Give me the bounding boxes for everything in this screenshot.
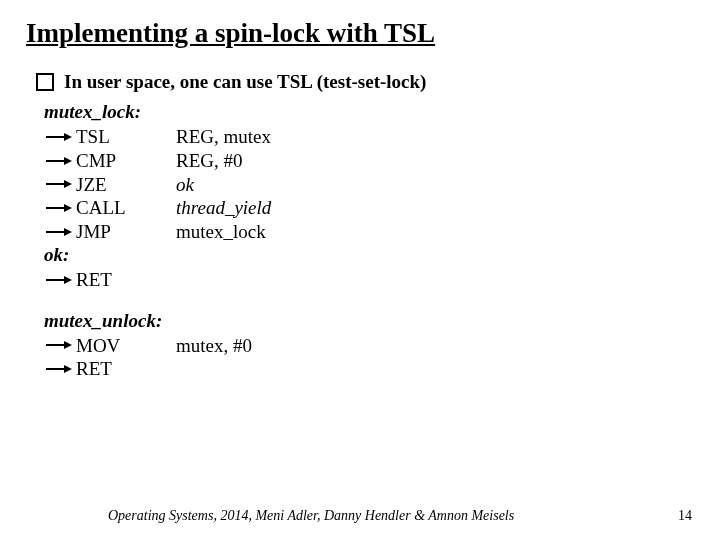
slide: Implementing a spin-lock with TSL In use… xyxy=(0,0,720,540)
mnemonic: CMP xyxy=(76,149,176,173)
code-row: JMP mutex_lock xyxy=(44,220,694,244)
mnemonic: CALL xyxy=(76,196,176,220)
label-mutex-lock: mutex_lock: xyxy=(44,101,694,123)
code-row: CMP REG, #0 xyxy=(44,149,694,173)
mnemonic: TSL xyxy=(76,125,176,149)
mnemonic: JMP xyxy=(76,220,176,244)
operand: ok xyxy=(176,173,694,197)
mnemonic: RET xyxy=(76,357,176,381)
svg-marker-7 xyxy=(64,204,72,212)
page-number: 14 xyxy=(678,508,692,524)
bullet-row: In user space, one can use TSL (test-set… xyxy=(36,71,694,93)
svg-marker-13 xyxy=(64,341,72,349)
arrow-icon xyxy=(44,202,76,214)
arrow-icon xyxy=(44,226,76,238)
arrow-icon xyxy=(44,363,76,375)
svg-marker-1 xyxy=(64,133,72,141)
arrow-icon xyxy=(44,155,76,167)
footer-text: Operating Systems, 2014, Meni Adler, Dan… xyxy=(108,508,514,524)
arrow-icon xyxy=(44,178,76,190)
label-mutex-unlock: mutex_unlock: xyxy=(44,310,694,332)
operand: mutex_lock xyxy=(176,220,694,244)
mnemonic: JZE xyxy=(76,173,176,197)
svg-marker-3 xyxy=(64,157,72,165)
code-row: TSL REG, mutex xyxy=(44,125,694,149)
code-row: CALL thread_yield xyxy=(44,196,694,220)
svg-marker-9 xyxy=(64,228,72,236)
mnemonic: RET xyxy=(76,268,176,292)
code-unlock: mutex_unlock: MOV mutex, #0 RET xyxy=(44,310,694,382)
operand: mutex, #0 xyxy=(176,334,694,358)
mnemonic: MOV xyxy=(76,334,176,358)
checkbox-icon xyxy=(36,73,54,91)
svg-marker-15 xyxy=(64,365,72,373)
code-row: MOV mutex, #0 xyxy=(44,334,694,358)
operand: thread_yield xyxy=(176,196,694,220)
code-lock: mutex_lock: TSL REG, mutex CMP REG, #0 J… xyxy=(44,101,694,292)
operand: REG, mutex xyxy=(176,125,694,149)
bullet-text: In user space, one can use TSL (test-set… xyxy=(64,71,426,93)
arrow-icon xyxy=(44,131,76,143)
code-row: JZE ok xyxy=(44,173,694,197)
slide-title: Implementing a spin-lock with TSL xyxy=(26,18,694,49)
operand: REG, #0 xyxy=(176,149,694,173)
code-row: RET xyxy=(44,268,694,292)
footer: Operating Systems, 2014, Meni Adler, Dan… xyxy=(0,508,720,524)
svg-marker-5 xyxy=(64,180,72,188)
arrow-icon xyxy=(44,274,76,286)
arrow-icon xyxy=(44,339,76,351)
label-ok: ok: xyxy=(44,244,694,266)
svg-marker-11 xyxy=(64,276,72,284)
code-row: RET xyxy=(44,357,694,381)
